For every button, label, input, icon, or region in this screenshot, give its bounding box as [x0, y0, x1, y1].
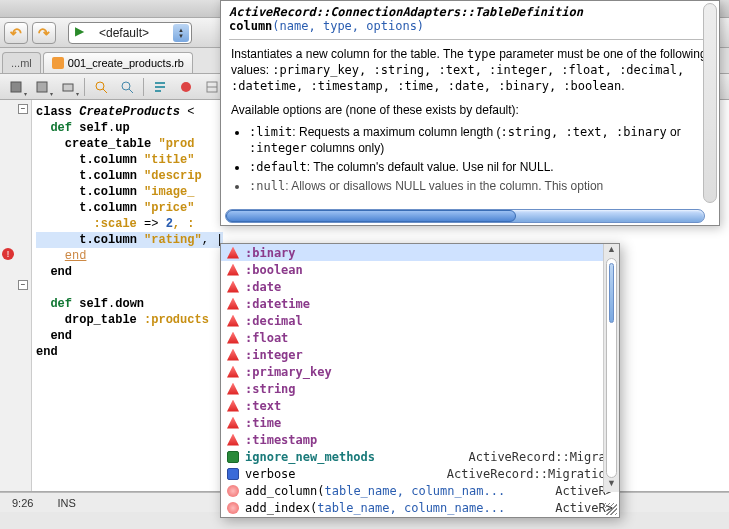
- svg-point-10: [181, 82, 191, 92]
- tool-btn-lines[interactable]: [202, 77, 222, 97]
- completion-text: add_column(table_name, column_nam...: [245, 484, 549, 498]
- error-icon[interactable]: !: [2, 248, 14, 260]
- doc-body: Instantiates a new column for the table.…: [221, 42, 719, 209]
- symbol-icon: [227, 400, 239, 412]
- svg-line-4: [103, 89, 107, 93]
- doc-hscrollbar[interactable]: [225, 209, 705, 223]
- doc-panel: ActiveRecord::ConnectionAdapters::TableD…: [220, 0, 720, 226]
- combo-arrows-icon: ▲▼: [173, 24, 189, 42]
- tool-btn-format[interactable]: [150, 77, 170, 97]
- completion-item[interactable]: :decimal: [221, 312, 619, 329]
- tab-create-products[interactable]: 001_create_products.rb: [43, 52, 193, 73]
- fold-toggle[interactable]: −: [18, 280, 28, 290]
- method-icon: [227, 485, 239, 497]
- completion-item[interactable]: :primary_key: [221, 363, 619, 380]
- doc-method-args: (name, type, options): [272, 19, 424, 33]
- tab-label: ...ml: [11, 57, 32, 69]
- completion-item[interactable]: :datetime: [221, 295, 619, 312]
- toolbar-separator: [84, 78, 85, 96]
- resize-handle[interactable]: [605, 503, 617, 515]
- symbol-icon: [227, 264, 239, 276]
- svg-point-3: [96, 82, 104, 90]
- completion-text: :boolean: [245, 263, 613, 277]
- completion-origin: ActiveRecord::Migra>: [469, 450, 614, 464]
- doc-class-path: ActiveRecord::ConnectionAdapters::TableD…: [229, 5, 711, 19]
- scrollbar-thumb[interactable]: [609, 263, 614, 323]
- kw-class: class: [36, 105, 72, 119]
- tool-btn-3[interactable]: ▾: [58, 77, 78, 97]
- completion-item[interactable]: :text: [221, 397, 619, 414]
- scroll-up-arrow[interactable]: ▲: [604, 244, 619, 258]
- symbol-icon: [227, 315, 239, 327]
- symbol-icon: [227, 349, 239, 361]
- completion-item[interactable]: ignore_new_methodsActiveRecord::Migra>: [221, 448, 619, 465]
- editor-gutter: − − !: [0, 100, 32, 491]
- method-icon: [227, 502, 239, 514]
- play-icon: ▶: [75, 24, 95, 42]
- completion-text: ignore_new_methods: [245, 450, 463, 464]
- current-line: t.column "rating", |: [36, 232, 223, 248]
- symbol-icon: [227, 298, 239, 310]
- run-config-combo[interactable]: ▶ <default> ▲▼: [68, 22, 192, 44]
- cursor-position: 9:26: [12, 497, 33, 509]
- completion-text: :float: [245, 331, 613, 345]
- completion-text: :binary: [245, 246, 613, 260]
- svg-point-5: [122, 82, 130, 90]
- completion-origin: ActiveRecord::Migration: [447, 467, 613, 481]
- tool-btn-1[interactable]: ▾: [6, 77, 26, 97]
- completion-text: add_index(table_name, column_name...: [245, 501, 549, 515]
- completion-item[interactable]: :time: [221, 414, 619, 431]
- svg-rect-7: [155, 82, 165, 84]
- completion-item[interactable]: :timestamp: [221, 431, 619, 448]
- symbol-icon: [227, 417, 239, 429]
- zoom-in-button[interactable]: [91, 77, 111, 97]
- completion-item[interactable]: :integer: [221, 346, 619, 363]
- completion-item[interactable]: :boolean: [221, 261, 619, 278]
- back-button[interactable]: ↶: [4, 22, 28, 44]
- svg-rect-9: [155, 90, 161, 92]
- scroll-down-arrow[interactable]: ▼: [604, 478, 619, 492]
- completion-item[interactable]: :binary: [221, 244, 619, 261]
- scrollbar-track[interactable]: [606, 258, 617, 478]
- zoom-out-button[interactable]: [117, 77, 137, 97]
- svg-rect-2: [63, 84, 73, 91]
- completion-item[interactable]: :string: [221, 380, 619, 397]
- symbol-icon: [227, 247, 239, 259]
- ruby-file-icon: [52, 57, 64, 69]
- symbol-icon: [227, 281, 239, 293]
- symbol-icon: [227, 366, 239, 378]
- completion-item[interactable]: :float: [221, 329, 619, 346]
- completion-text: :time: [245, 416, 613, 430]
- tab-ml[interactable]: ...ml: [2, 52, 41, 73]
- svg-line-6: [129, 89, 133, 93]
- completion-item[interactable]: add_index(table_name, column_name...Acti…: [221, 499, 619, 516]
- popup-vscrollbar[interactable]: ▲ ▼: [603, 244, 619, 492]
- toolbar-separator: [143, 78, 144, 96]
- completion-text: :string: [245, 382, 613, 396]
- completion-text: :primary_key: [245, 365, 613, 379]
- doc-header: ActiveRecord::ConnectionAdapters::TableD…: [221, 1, 719, 37]
- tool-btn-break[interactable]: [176, 77, 196, 97]
- run-config-label: <default>: [99, 26, 169, 40]
- completion-text: :date: [245, 280, 613, 294]
- completion-list[interactable]: :binary:boolean:date:datetime:decimal:fl…: [221, 244, 619, 517]
- forward-button[interactable]: ↷: [32, 22, 56, 44]
- insert-mode: INS: [57, 497, 75, 509]
- completion-item[interactable]: add_column(table_name, column_nam...Acti…: [221, 482, 619, 499]
- completion-item[interactable]: verboseActiveRecord::Migration: [221, 465, 619, 482]
- symbol-icon: [227, 383, 239, 395]
- completion-text: :decimal: [245, 314, 613, 328]
- fold-toggle[interactable]: −: [18, 104, 28, 114]
- completion-item[interactable]: :date: [221, 278, 619, 295]
- completion-text: :integer: [245, 348, 613, 362]
- completion-text: :text: [245, 399, 613, 413]
- svg-rect-8: [155, 86, 165, 88]
- field-icon: [227, 468, 239, 480]
- svg-rect-1: [37, 82, 47, 92]
- scrollbar-thumb[interactable]: [226, 210, 516, 222]
- completion-item[interactable]: add_order_by_for_association_limi...Acti…: [221, 516, 619, 517]
- completion-text: :datetime: [245, 297, 613, 311]
- svg-rect-0: [11, 82, 21, 92]
- tool-btn-2[interactable]: ▾: [32, 77, 52, 97]
- doc-vscrollbar[interactable]: [703, 3, 717, 203]
